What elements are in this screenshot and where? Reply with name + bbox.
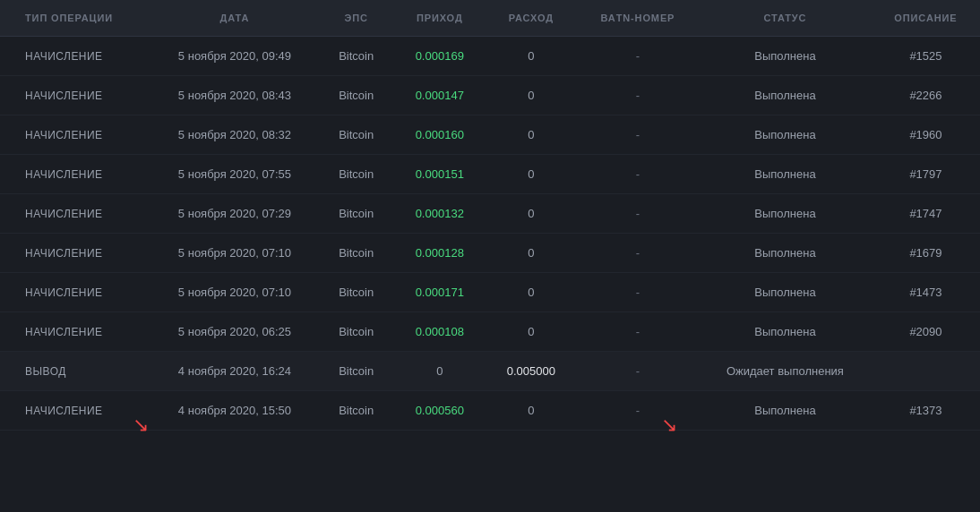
cell-status: Выполнена	[699, 273, 872, 312]
cell-date: 5 ноября 2020, 07:10	[150, 273, 318, 312]
cell-vatn: -	[577, 352, 699, 391]
cell-vatn: -	[577, 37, 699, 76]
cell-income: 0.000560	[394, 391, 486, 431]
cell-income: 0.000132	[394, 194, 486, 234]
col-header-expense: РАСХОД	[486, 0, 577, 37]
col-header-status: СТАТУС	[699, 0, 872, 37]
cell-eps: Bitcoin	[319, 234, 394, 273]
cell-income: 0.000128	[394, 234, 486, 273]
cell-type: НАЧИСЛЕНИЕ	[0, 273, 150, 312]
cell-desc: #1373	[872, 391, 980, 431]
col-header-date: ДАТА	[150, 0, 318, 37]
cell-desc: #2090	[872, 312, 980, 352]
cell-date: 4 ноября 2020, 15:50	[150, 391, 318, 431]
cell-expense: 0	[486, 234, 577, 273]
operations-table: ТИП ОПЕРАЦИИ ДАТА ЭПС ПРИХОД РАСХОД ВАTN…	[0, 0, 980, 431]
cell-expense: 0	[486, 37, 577, 76]
cell-status: Выполнена	[699, 234, 872, 273]
cell-income: 0.000147	[394, 76, 486, 115]
cell-vatn: -	[577, 194, 699, 234]
cell-expense: 0	[486, 391, 577, 431]
cell-desc	[872, 352, 980, 391]
cell-expense: 0.005000	[486, 352, 577, 391]
cell-desc: #1679	[872, 234, 980, 273]
cell-eps: Bitcoin	[319, 352, 394, 391]
cell-date: 4 ноября 2020, 16:24	[150, 352, 318, 391]
cell-date: 5 ноября 2020, 07:10	[150, 234, 318, 273]
cell-desc: #1797	[872, 155, 980, 194]
table-row: НАЧИСЛЕНИЕ5 ноября 2020, 07:10Bitcoin0.0…	[0, 234, 980, 273]
cell-income: 0.000151	[394, 155, 486, 194]
cell-type: НАЧИСЛЕНИЕ	[0, 155, 150, 194]
cell-status: Выполнена	[699, 155, 872, 194]
cell-type: НАЧИСЛЕНИЕ	[0, 37, 150, 76]
cell-income: 0.000108	[394, 312, 486, 352]
cell-vatn: -	[577, 273, 699, 312]
cell-date: 5 ноября 2020, 07:29	[150, 194, 318, 234]
main-container: ↘ ↘ ТИП ОПЕРАЦИИ ДАТА ЭПС ПРИХОД РАСХОД …	[0, 0, 980, 512]
cell-expense: 0	[486, 194, 577, 234]
cell-status: Выполнена	[699, 76, 872, 115]
cell-eps: Bitcoin	[319, 155, 394, 194]
cell-expense: 0	[486, 115, 577, 155]
cell-desc: #1525	[872, 37, 980, 76]
cell-income: 0.000171	[394, 273, 486, 312]
cell-vatn: -	[577, 234, 699, 273]
cell-desc: #1747	[872, 194, 980, 234]
col-header-eps: ЭПС	[319, 0, 394, 37]
cell-vatn: -	[577, 115, 699, 155]
cell-status: Выполнена	[699, 312, 872, 352]
table-row: НАЧИСЛЕНИЕ5 ноября 2020, 06:25Bitcoin0.0…	[0, 312, 980, 352]
cell-income: 0.000169	[394, 37, 486, 76]
cell-expense: 0	[486, 312, 577, 352]
cell-desc: #1960	[872, 115, 980, 155]
cell-vatn: -	[577, 76, 699, 115]
cell-date: 5 ноября 2020, 06:25	[150, 312, 318, 352]
cell-income: 0.000160	[394, 115, 486, 155]
table-header-row: ТИП ОПЕРАЦИИ ДАТА ЭПС ПРИХОД РАСХОД ВАTN…	[0, 0, 980, 37]
table-row: НАЧИСЛЕНИЕ5 ноября 2020, 07:29Bitcoin0.0…	[0, 194, 980, 234]
cell-desc: #1473	[872, 273, 980, 312]
cell-date: 5 ноября 2020, 08:32	[150, 115, 318, 155]
col-header-vatn: ВАTN-НОМЕР	[577, 0, 699, 37]
cell-type: НАЧИСЛЕНИЕ	[0, 76, 150, 115]
table-row: НАЧИСЛЕНИЕ5 ноября 2020, 07:55Bitcoin0.0…	[0, 155, 980, 194]
cell-eps: Bitcoin	[319, 312, 394, 352]
cell-vatn: -	[577, 391, 699, 431]
cell-eps: Bitcoin	[319, 273, 394, 312]
cell-status: Выполнена	[699, 391, 872, 431]
cell-type: ВЫВОД	[0, 352, 150, 391]
cell-type: НАЧИСЛЕНИЕ	[0, 391, 150, 431]
cell-expense: 0	[486, 155, 577, 194]
table-row: НАЧИСЛЕНИЕ5 ноября 2020, 07:10Bitcoin0.0…	[0, 273, 980, 312]
table-row: НАЧИСЛЕНИЕ5 ноября 2020, 08:43Bitcoin0.0…	[0, 76, 980, 115]
cell-date: 5 ноября 2020, 09:49	[150, 37, 318, 76]
cell-eps: Bitcoin	[319, 115, 394, 155]
cell-expense: 0	[486, 273, 577, 312]
cell-type: НАЧИСЛЕНИЕ	[0, 115, 150, 155]
cell-type: НАЧИСЛЕНИЕ	[0, 312, 150, 352]
col-header-type: ТИП ОПЕРАЦИИ	[0, 0, 150, 37]
cell-date: 5 ноября 2020, 08:43	[150, 76, 318, 115]
col-header-desc: ОПИСАНИЕ	[872, 0, 980, 37]
cell-type: НАЧИСЛЕНИЕ	[0, 234, 150, 273]
cell-eps: Bitcoin	[319, 194, 394, 234]
table-row: НАЧИСЛЕНИЕ5 ноября 2020, 09:49Bitcoin0.0…	[0, 37, 980, 76]
cell-income: 0	[394, 352, 486, 391]
table-row: ВЫВОД4 ноября 2020, 16:24Bitcoin00.00500…	[0, 352, 980, 391]
cell-status: Выполнена	[699, 37, 872, 76]
cell-eps: Bitcoin	[319, 391, 394, 431]
cell-desc: #2266	[872, 76, 980, 115]
cell-status: Ожидает выполнения	[699, 352, 872, 391]
table-row: НАЧИСЛЕНИЕ5 ноября 2020, 08:32Bitcoin0.0…	[0, 115, 980, 155]
cell-eps: Bitcoin	[319, 76, 394, 115]
cell-expense: 0	[486, 76, 577, 115]
table-row: НАЧИСЛЕНИЕ4 ноября 2020, 15:50Bitcoin0.0…	[0, 391, 980, 431]
cell-date: 5 ноября 2020, 07:55	[150, 155, 318, 194]
cell-eps: Bitcoin	[319, 37, 394, 76]
cell-status: Выполнена	[699, 194, 872, 234]
col-header-income: ПРИХОД	[394, 0, 486, 37]
cell-status: Выполнена	[699, 115, 872, 155]
cell-type: НАЧИСЛЕНИЕ	[0, 194, 150, 234]
cell-vatn: -	[577, 155, 699, 194]
